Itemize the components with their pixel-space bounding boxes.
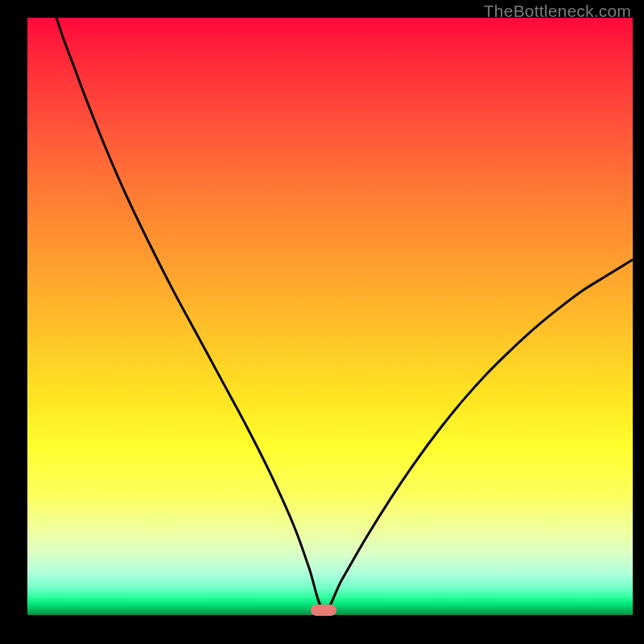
curve-path [27,18,633,610]
bottleneck-curve [27,18,633,615]
watermark-text: TheBottleneck.com [484,2,631,21]
optimal-marker [311,605,336,616]
chart-frame: TheBottleneck.com [0,0,644,644]
plot-area [27,18,633,615]
